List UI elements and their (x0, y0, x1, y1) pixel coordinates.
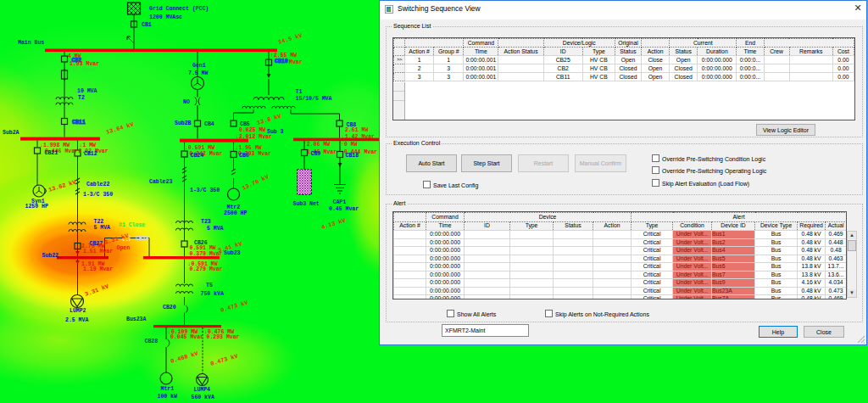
svg-text:CB9: CB9 (311, 151, 321, 157)
svg-text:CB12: CB12 (84, 151, 97, 157)
svg-text:7.5 MW: 7.5 MW (188, 70, 209, 76)
svg-text:Sub22: Sub22 (42, 253, 59, 259)
svg-text:LUMP4: LUMP4 (194, 387, 211, 393)
svg-text:T2: T2 (78, 95, 85, 101)
svg-text:Sub2B: Sub2B (175, 120, 192, 126)
svg-text:CB28: CB28 (145, 339, 159, 344)
svg-text:LUMP2: LUMP2 (70, 308, 86, 314)
svg-text:750 kVA: 750 kVA (201, 291, 224, 297)
svg-text:0.591 MW: 0.591 MW (190, 245, 216, 251)
svg-text:CB4: CB4 (204, 121, 214, 127)
svg-text:10 MVA: 10 MVA (77, 88, 97, 94)
svg-text:CB1: CB1 (142, 22, 152, 28)
svg-text:Grid Connect (PCC): Grid Connect (PCC) (149, 6, 209, 12)
svg-text:Cable22: Cable22 (86, 182, 109, 188)
svg-text:100 kW: 100 kW (158, 394, 178, 400)
svg-text:CAP1: CAP1 (333, 199, 347, 205)
svg-text:↓1 MW: ↓1 MW (80, 143, 97, 148)
svg-text:1.19 Mvar: 1.19 Mvar (83, 266, 113, 272)
svg-text:↓0.591 MW: ↓0.591 MW (185, 145, 214, 151)
svg-text:560 kVA: 560 kVA (192, 395, 214, 400)
svg-text:T1: T1 (296, 89, 303, 95)
svg-text:CB25: CB25 (136, 236, 149, 242)
svg-text:CB10: CB10 (275, 59, 288, 64)
svg-text:1.93 Mvar: 1.93 Mvar (70, 61, 99, 67)
svg-text:Open: Open (117, 245, 131, 251)
svg-text:↓1.998 MW: ↓1.998 MW (40, 143, 70, 148)
svg-text:#2 Open: #2 Open (72, 67, 95, 73)
svg-text:Bus23A: Bus23A (126, 316, 147, 322)
svg-text:0.045 Mvar: 0.045 Mvar (170, 334, 203, 340)
svg-text:Main Bus: Main Bus (18, 40, 44, 46)
svg-text:CB24: CB24 (191, 153, 204, 159)
svg-text:0.279 Mvar: 0.279 Mvar (190, 266, 223, 272)
svg-text:2500 HP: 2500 HP (224, 210, 247, 216)
svg-text:↓2.012 Mvar: ↓2.012 Mvar (236, 134, 272, 140)
svg-text:1250 HP: 1250 HP (25, 204, 48, 210)
svg-text:T22: T22 (94, 219, 104, 225)
svg-text:T23: T23 (201, 219, 211, 225)
svg-text:T5: T5 (206, 283, 213, 288)
svg-text:2.5 MVA: 2.5 MVA (65, 317, 88, 323)
svg-text:5 MVA: 5 MVA (207, 226, 224, 232)
svg-text:CB18: CB18 (346, 153, 359, 159)
svg-text:0.293 Mvar: 0.293 Mvar (207, 334, 240, 340)
svg-text:CB21: CB21 (45, 150, 58, 156)
svg-text:15/10/5 MVA: 15/10/5 MVA (296, 96, 332, 102)
svg-text:Sub2A: Sub2A (3, 130, 19, 136)
svg-text:↓1.95 MW: ↓1.95 MW (236, 145, 262, 151)
svg-text:1-3/C 350: 1-3/C 350 (190, 188, 220, 193)
svg-text:#1 Close: #1 Close (119, 222, 145, 228)
svg-text:↑0 MW: ↑0 MW (341, 142, 358, 148)
svg-text:Sub 3: Sub 3 (267, 129, 284, 135)
svg-text:0.45 Mvar: 0.45 Mvar (329, 206, 359, 212)
svg-text:Cable23: Cable23 (149, 179, 172, 185)
svg-text:0.379 Mvar: 0.379 Mvar (190, 251, 223, 257)
svg-text:↓1.42 Mvar: ↓1.42 Mvar (342, 134, 375, 140)
svg-text:Gen1: Gen1 (192, 63, 206, 69)
svg-text:0.025 MW: 0.025 MW (239, 127, 265, 133)
svg-text:↑2.55 MW: ↑2.55 MW (270, 53, 297, 59)
svg-text:1.51 Mvar: 1.51 Mvar (83, 249, 113, 255)
svg-text:5 MVA: 5 MVA (94, 225, 111, 231)
svg-text:Mtr2: Mtr2 (227, 204, 241, 210)
svg-text:NO: NO (183, 99, 190, 105)
svg-text:CB11: CB11 (72, 120, 86, 126)
svg-text:CB20: CB20 (163, 305, 176, 311)
svg-text:Mvar: Mvar (289, 59, 303, 65)
svg-text:2.61 MW: 2.61 MW (345, 127, 368, 133)
svg-text:Mtr1: Mtr1 (161, 386, 175, 392)
svg-text:1200 MVAsc: 1200 MVAsc (149, 14, 182, 20)
svg-text:Sub3 Net: Sub3 Net (293, 201, 320, 207)
svg-text:Sub23: Sub23 (224, 250, 241, 256)
svg-text:↑2.06 MW: ↑2.06 MW (303, 142, 330, 148)
svg-text:CB6: CB6 (239, 153, 249, 159)
svg-text:CB5: CB5 (240, 121, 250, 127)
svg-text:1-3/C 350: 1-3/C 350 (83, 192, 113, 198)
